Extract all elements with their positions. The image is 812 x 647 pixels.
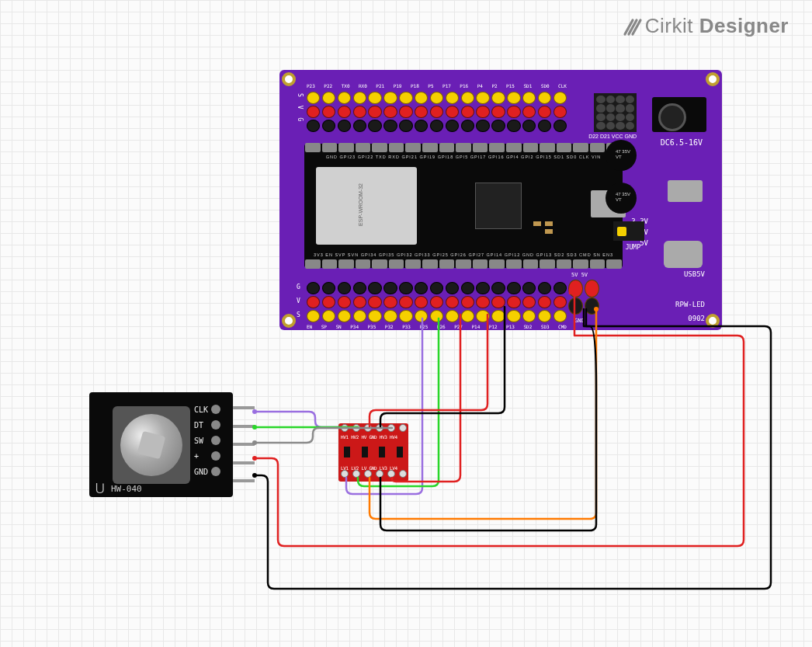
5v-gnd-header: 5V 5V GND bbox=[568, 280, 599, 315]
rotary-encoder-module[interactable]: CLK DT SW + GND ⋃ HW-040 bbox=[89, 392, 233, 497]
schematic-canvas[interactable]: Cirkit Designer S V G P23P22TX0RX0P21P19… bbox=[0, 0, 812, 647]
i2c-header-labels: D22 D21 VCC GND bbox=[588, 134, 637, 139]
gvs-g: G bbox=[297, 283, 300, 290]
shield-label: ESP-WROOM-32 bbox=[358, 183, 363, 226]
brand-watermark: Cirkit Designer bbox=[622, 14, 789, 38]
encoder-pin-sw: SW bbox=[194, 435, 229, 446]
shifter-lv-row bbox=[338, 470, 408, 481]
jumper-block bbox=[613, 221, 644, 241]
pin-row-g-bot bbox=[307, 282, 567, 294]
pin-row-v-top bbox=[307, 106, 567, 118]
dc-label: DC6.5-16V bbox=[661, 138, 703, 147]
usb-c-port bbox=[664, 241, 703, 268]
capacitor: 47 35V VT bbox=[606, 183, 637, 214]
gvs-label-top: S V G bbox=[297, 93, 304, 123]
capacitor: 47 35V VT bbox=[606, 140, 637, 171]
rev-label: 0902 bbox=[688, 315, 705, 322]
pin-row-v-bot bbox=[307, 296, 567, 308]
rpw-led-label: RPW-LED bbox=[675, 301, 705, 308]
v-label: V bbox=[644, 228, 648, 236]
encoder-pin-plus: + bbox=[194, 450, 229, 461]
mounting-hole bbox=[282, 72, 296, 86]
devkit-bot-pins: 3V3 EN SVP SVN GPI34 GPI35 GPI32 GPI33 G… bbox=[304, 252, 623, 257]
smd bbox=[545, 221, 553, 226]
i2c-header-block bbox=[594, 93, 637, 132]
soc-chip bbox=[475, 183, 522, 229]
encoder-mark: ⋃ bbox=[95, 481, 104, 493]
5v-label: 5V 5V bbox=[571, 272, 588, 278]
encoder-pin-leads bbox=[233, 406, 255, 482]
encoder-pin-clk: CLK bbox=[194, 404, 229, 415]
dc-barrel-jack bbox=[652, 97, 706, 132]
devkit-header-top bbox=[304, 142, 623, 153]
pin-row-s-bot bbox=[307, 310, 567, 322]
pin-row-s-top bbox=[307, 92, 567, 104]
gnd-label: GND bbox=[574, 318, 585, 324]
top-pin-names: P23P22TX0RX0P21P19P18P5P17P16P4P2P15SD1S… bbox=[307, 83, 567, 89]
encoder-pin-gnd: GND bbox=[194, 466, 229, 477]
brand-icon bbox=[622, 17, 644, 37]
level-shifter-module[interactable]: HV1 HV2 HV GND HV3 HV4 LV1 LV2 LV GND LV… bbox=[338, 423, 408, 482]
gvs-s: S bbox=[297, 311, 300, 318]
usb5-label: USB5V bbox=[684, 270, 705, 278]
shifter-top-labels: HV1 HV2 HV GND HV3 HV4 bbox=[341, 434, 397, 440]
encoder-pin-column: CLK DT SW + GND bbox=[194, 404, 229, 477]
mounting-hole bbox=[282, 314, 296, 328]
mounting-hole bbox=[706, 72, 720, 86]
smd bbox=[533, 221, 541, 226]
esp32-expansion-board[interactable]: S V G P23P22TX0RX0P21P19P18P5P17P16P4P2P… bbox=[279, 70, 722, 330]
brand-suffix: Designer bbox=[693, 14, 789, 37]
encoder-pin-dt: DT bbox=[194, 419, 229, 430]
pin-row-g-top bbox=[307, 120, 567, 132]
encoder-knob[interactable] bbox=[120, 414, 182, 476]
mounting-hole bbox=[706, 314, 720, 328]
esp-wroom-shield: ESP-WROOM-32 bbox=[316, 167, 417, 245]
esp32-devkit-module: ESP-WROOM-32 GND GPI23 GPI22 TXD RXD GPI… bbox=[304, 144, 623, 268]
micro-usb-port bbox=[668, 180, 703, 202]
jump-label: JUMP bbox=[626, 244, 640, 251]
shifter-transistors bbox=[338, 447, 408, 457]
smd bbox=[545, 229, 553, 234]
bot-pin-names: ENSPSNP34P35P32P33P25P26P27P14P12P13SD2S… bbox=[307, 324, 567, 329]
devkit-header-bot bbox=[304, 259, 623, 270]
shifter-hv-row bbox=[338, 424, 408, 435]
devkit-top-pins: GND GPI23 GPI22 TXD RXD GPI21 GPI19 GPI1… bbox=[304, 155, 623, 159]
gvs-v: V bbox=[297, 297, 300, 304]
brand-prefix: Cirkit bbox=[645, 14, 693, 37]
encoder-model: HW-040 bbox=[111, 484, 142, 494]
